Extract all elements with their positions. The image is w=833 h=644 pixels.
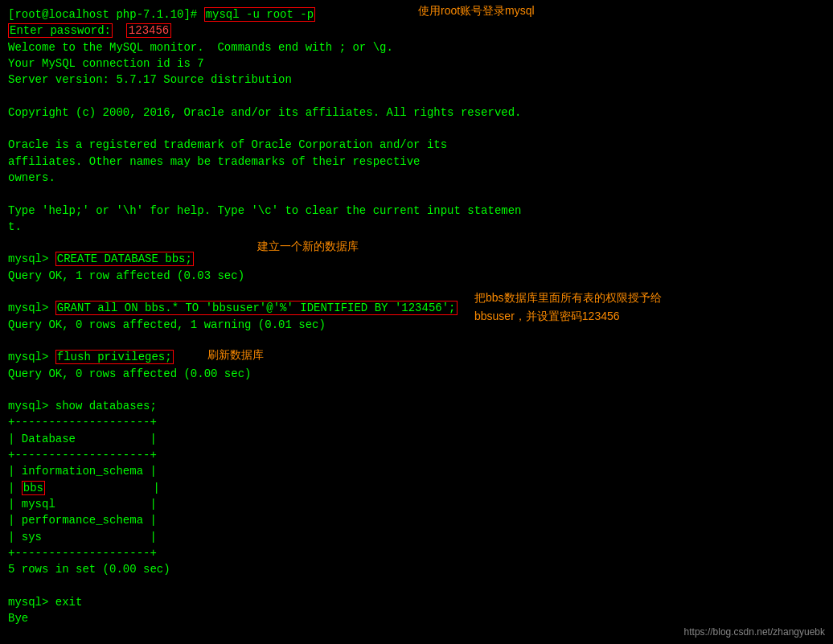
line-17: Query OK, 1 row affected (0.03 sec) — [8, 268, 825, 284]
line-blank-1 — [8, 88, 825, 104]
line-29: | information_schema | — [8, 463, 825, 479]
watermark: https://blog.csdn.net/zhangyuebk — [684, 626, 825, 638]
create-db-highlight: CREATE DATABASE bbs; — [55, 252, 194, 266]
line-11: owners. — [8, 170, 825, 186]
line-35: 5 rows in set (0.00 sec) — [8, 561, 825, 577]
line-13: Type 'help;' or '\h' for help. Type '\c'… — [8, 203, 825, 219]
line-19: mysql> GRANT all ON bbs.* TO 'bbsuser'@'… — [8, 300, 825, 316]
mysql-prompt-2: mysql> — [8, 301, 55, 314]
mysql-prompt-3: mysql> — [8, 351, 55, 363]
line-blank-5 — [8, 284, 825, 300]
mysql-prompt-1: mysql> — [8, 252, 55, 265]
prompt-text: [root@localhost php-7.1.10]# — [8, 8, 204, 21]
flush-highlight: flush privileges; — [55, 350, 174, 364]
line-23: Query OK, 0 rows affected (0.00 sec) — [8, 366, 825, 382]
line-3: Welcome to the MySQL monitor. Commands e… — [8, 39, 825, 55]
line-blank-4 — [8, 235, 825, 251]
line-blank-2 — [8, 121, 825, 137]
line-20: Query OK, 0 rows affected, 1 warning (0.… — [8, 317, 825, 333]
line-27: | Database | — [8, 431, 825, 447]
line-2: Enter password: 123456 — [8, 23, 825, 39]
bbs-db-highlight: bbs — [22, 481, 45, 495]
line-10: affiliates. Other names may be trademark… — [8, 154, 825, 170]
line-blank-6 — [8, 333, 825, 349]
line-28: +--------------------+ — [8, 447, 825, 463]
annotation-create-db: 建立一个新的数据库 — [257, 240, 359, 254]
line-blank-7 — [8, 382, 825, 398]
line-37: mysql> exit — [8, 594, 825, 610]
line-33: | sys | — [8, 529, 825, 545]
annotation-grant-title: 把bbs数据库里面所有表的权限授予给 — [474, 291, 662, 306]
line-16: mysql> CREATE DATABASE bbs; — [8, 251, 825, 267]
line-7: Copyright (c) 2000, 2016, Oracle and/or … — [8, 105, 825, 121]
terminal: [root@localhost php-7.1.10]# mysql -u ro… — [0, 0, 833, 644]
line-31: | mysql | — [8, 496, 825, 512]
grant-highlight: GRANT all ON bbs.* TO 'bbsuser'@'%' IDEN… — [55, 301, 458, 315]
line-9: Oracle is a registered trademark of Orac… — [8, 137, 825, 153]
line-blank-3 — [8, 186, 825, 202]
line-22: mysql> flush privileges; — [8, 349, 825, 365]
line-30: | bbs | — [8, 480, 825, 496]
line-1: [root@localhost php-7.1.10]# mysql -u ro… — [8, 6, 825, 23]
line-26: +--------------------+ — [8, 414, 825, 430]
line-14: t. — [8, 219, 825, 235]
line-34: +--------------------+ — [8, 545, 825, 561]
password-value: 123456 — [126, 23, 171, 38]
line-4: Your MySQL connection id is 7 — [8, 55, 825, 72]
mysql-command-highlight: mysql -u root -p — [204, 7, 315, 22]
line-32: | performance_schema | — [8, 512, 825, 528]
line-5: Server version: 5.7.17 Source distributi… — [8, 72, 825, 88]
line-38: Bye — [8, 610, 825, 626]
annotation-login: 使用root账号登录mysql — [418, 4, 535, 18]
annotation-flush: 刷新数据库 — [207, 348, 264, 363]
password-label-highlight: Enter password: — [8, 23, 113, 38]
line-blank-8 — [8, 577, 825, 593]
annotation-grant-sub: bbsuser，并设置密码123456 — [474, 310, 620, 324]
line-25: mysql> show databases; — [8, 398, 825, 414]
